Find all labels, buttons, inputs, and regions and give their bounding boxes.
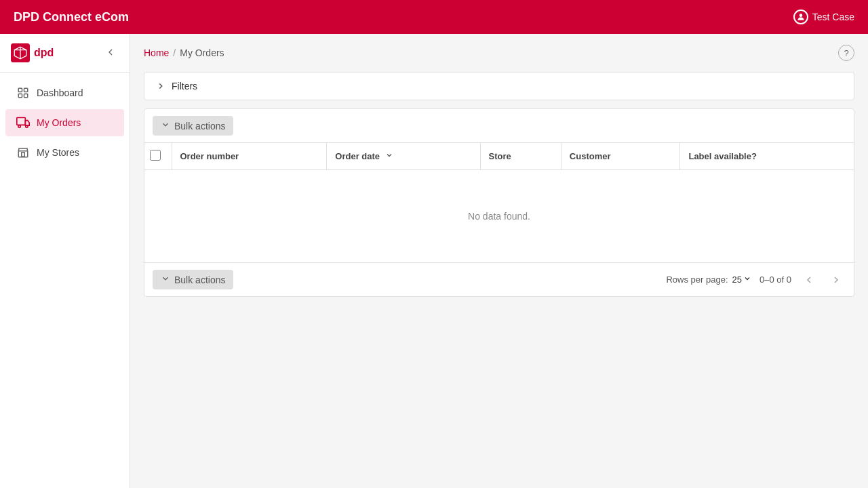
next-page-button[interactable] [827, 272, 846, 288]
sidebar-item-dashboard[interactable]: Dashboard [5, 79, 124, 106]
filters-toggle-button[interactable]: Filters [144, 73, 854, 100]
label-available-column-header[interactable]: Label available? [680, 143, 854, 170]
grid-icon [16, 86, 30, 100]
select-all-column [144, 143, 172, 170]
select-all-checkbox[interactable] [150, 150, 161, 161]
order-date-column-header[interactable]: Order date [327, 143, 480, 170]
empty-state-message: No data found. [144, 170, 854, 263]
rows-per-page-value: 25 [732, 274, 742, 285]
filters-label: Filters [172, 81, 197, 92]
rows-dropdown-chevron-icon [743, 274, 751, 285]
bulk-actions-label-bottom: Bulk actions [174, 274, 225, 285]
store-icon [16, 146, 30, 159]
empty-state-row: No data found. [144, 170, 854, 263]
sidebar-item-dashboard-label: Dashboard [37, 87, 83, 98]
previous-page-button[interactable] [800, 272, 818, 288]
svg-rect-9 [17, 118, 25, 125]
svg-rect-6 [24, 88, 28, 92]
order-number-column-header[interactable]: Order number [172, 143, 327, 170]
chevron-down-icon-bottom [161, 274, 170, 285]
app-title: DPD Connect eCom [14, 10, 129, 24]
breadcrumb-current-page: My Orders [180, 47, 224, 58]
breadcrumb: Home / My Orders ? [144, 45, 854, 61]
bulk-actions-button-bottom[interactable]: Bulk actions [153, 270, 233, 289]
rows-per-page-dropdown[interactable]: 25 [732, 274, 751, 285]
dpd-cube-icon [11, 43, 30, 62]
content-area: Home / My Orders ? Filters [130, 34, 868, 488]
main-layout: dpd Dashboard [0, 34, 868, 488]
orders-table-container: Bulk actions Order number Order date [144, 108, 854, 297]
top-header: DPD Connect eCom Test Case [0, 0, 868, 34]
sidebar: dpd Dashboard [0, 34, 130, 488]
top-bulk-actions-bar: Bulk actions [144, 109, 854, 143]
rows-per-page-label: Rows per page: [666, 274, 728, 285]
table-body: No data found. [144, 170, 854, 263]
user-name-label: Test Case [812, 12, 854, 22]
sort-desc-icon [385, 151, 393, 159]
svg-rect-5 [18, 88, 22, 92]
user-menu[interactable]: Test Case [793, 9, 854, 24]
chevron-down-icon [161, 120, 170, 131]
dpd-logo: dpd [11, 43, 54, 62]
breadcrumb-home-link[interactable]: Home [144, 47, 169, 58]
sidebar-collapse-button[interactable] [102, 44, 119, 62]
bulk-actions-label-top: Bulk actions [174, 121, 225, 131]
sidebar-item-my-stores[interactable]: My Stores [5, 139, 124, 166]
svg-rect-8 [24, 94, 28, 98]
orders-table: Order number Order date Store [144, 143, 854, 262]
sidebar-item-my-orders[interactable]: My Orders [5, 109, 124, 136]
sidebar-logo: dpd [0, 34, 130, 73]
bulk-actions-button-top[interactable]: Bulk actions [153, 116, 233, 136]
svg-point-10 [18, 125, 20, 127]
customer-column-header[interactable]: Customer [561, 143, 680, 170]
svg-rect-7 [18, 94, 22, 98]
help-button[interactable]: ? [838, 45, 854, 61]
sidebar-nav: Dashboard My Orders [0, 73, 130, 173]
svg-point-0 [799, 14, 802, 17]
rows-per-page-selector: Rows per page: 25 [666, 274, 751, 285]
chevron-right-icon [155, 81, 166, 92]
pagination-range: 0–0 of 0 [760, 274, 791, 285]
breadcrumb-separator: / [173, 47, 176, 58]
truck-icon [16, 116, 30, 129]
sidebar-item-my-stores-label: My Stores [37, 147, 79, 158]
table-header: Order number Order date Store [144, 143, 854, 170]
dpd-text-logo: dpd [34, 47, 54, 59]
sidebar-item-my-orders-label: My Orders [37, 117, 81, 128]
filters-panel: Filters [144, 72, 854, 100]
bottom-table-bar: Bulk actions Rows per page: 25 [144, 262, 854, 296]
svg-point-11 [26, 125, 28, 127]
svg-rect-12 [22, 152, 25, 157]
user-avatar-icon [793, 9, 808, 24]
store-column-header[interactable]: Store [480, 143, 561, 170]
pagination-controls: Rows per page: 25 0–0 of 0 [666, 272, 846, 288]
